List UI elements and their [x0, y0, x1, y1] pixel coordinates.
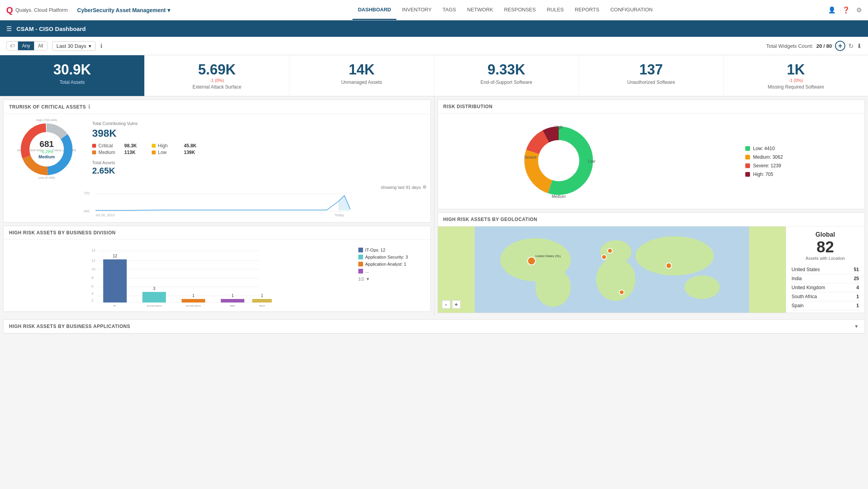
division-bar-chart: 14 12 10 8 6 4 2 [9, 244, 354, 308]
bar-it-ops[interactable] [103, 259, 127, 302]
risk-distribution-content: High Low Medium Severe Low: 4410 Medium:… [438, 114, 865, 209]
low-dot [152, 150, 156, 154]
world-map-svg: United States (51) [438, 226, 786, 313]
medium-name: Medium [98, 150, 122, 155]
summary-card-eos[interactable]: 9.33K End-of-Support Software [434, 55, 579, 96]
svg-text:10: 10 [91, 267, 95, 271]
nav-inventory[interactable]: INVENTORY [396, 0, 437, 20]
logo-area: Q Qualys. Cloud Platform [6, 5, 68, 15]
tag-filter-all[interactable]: All [34, 42, 47, 50]
download-button[interactable]: ⬇ [857, 42, 862, 50]
bar-app-analyst[interactable] [182, 299, 205, 302]
filter-info-icon[interactable]: ℹ [100, 43, 102, 49]
nav-network[interactable]: NETWORK [461, 0, 498, 20]
app-title[interactable]: CyberSecurity Asset Management ▾ [77, 7, 170, 13]
geo-count-sa: 1 [848, 292, 860, 301]
division-content: 14 12 10 8 6 4 2 [4, 240, 430, 312]
risk-donut-area: High Low Medium Severe [519, 121, 598, 201]
top-nav: Q Qualys. Cloud Platform CyberSecurity A… [0, 0, 868, 20]
geo-row-uk[interactable]: United Kingdom 4 [791, 283, 860, 292]
nav-tags[interactable]: TAGS [437, 0, 461, 20]
dashboard-title: CSAM - CISO Dashboard [16, 25, 86, 32]
vulns-title: Total Contributing Vulns [92, 121, 427, 126]
svg-text:High: High [554, 125, 563, 129]
svg-text:Medium: Medium [38, 154, 55, 159]
nav-dashboard[interactable]: DASHBOARD [352, 0, 397, 20]
svg-point-52 [538, 140, 579, 181]
medium-count: 113K [124, 150, 144, 155]
geo-row-spain[interactable]: Spain 1 [791, 301, 860, 310]
business-apps-panel: HIGH RISK ASSETS BY BUSINESS APPLICATION… [3, 319, 865, 334]
bar-app-security[interactable] [142, 292, 166, 302]
summary-card-missing[interactable]: 1K -1 (0%) Missing Required Software [724, 55, 868, 96]
bar-pm-group[interactable] [221, 299, 244, 302]
pin-us[interactable] [527, 257, 535, 265]
nav-rules[interactable]: RULES [541, 0, 569, 20]
svg-text:Severe: Severe [524, 155, 537, 159]
nav-reports[interactable]: REPORTS [569, 0, 605, 20]
qualys-brand: Qualys. Cloud Platform [15, 7, 68, 13]
summary-card-external-attack[interactable]: 5.69K -1 (0%) External Attack Surface [145, 55, 289, 96]
division-legend: IT-Ops: 12 Application Security: 3 Appli… [354, 244, 425, 308]
svg-text:Medium: Medium [552, 194, 566, 199]
world-map: United States (51) - + [438, 226, 786, 313]
bar-test[interactable] [252, 299, 272, 302]
summary-card-unmanaged[interactable]: 14K Unmanaged Assets [289, 55, 434, 96]
geo-table: United States 51 India 25 United Kingdom… [791, 265, 860, 310]
pin-spain[interactable] [601, 255, 606, 259]
svg-point-62 [635, 236, 714, 275]
dashboard-bar: ☰ CSAM - CISO Dashboard [0, 20, 868, 37]
nav-configuration[interactable]: CONFIGURATION [605, 0, 658, 20]
legend-low-dot [745, 146, 750, 151]
medium-dot [92, 150, 96, 154]
external-attack-value: 5.69K [153, 62, 281, 78]
date-filter[interactable]: Last 30 Days ▾ [52, 41, 96, 51]
pagination[interactable]: 1/2 ▼ [358, 277, 421, 281]
chart-settings-icon[interactable]: ⚙ [423, 185, 427, 190]
zoom-out-button[interactable]: - [442, 300, 450, 309]
high-dot [152, 144, 156, 148]
total-assets-value: 30.9K [8, 62, 136, 78]
svg-text:1: 1 [192, 293, 194, 298]
svg-text:Low: Low [588, 159, 596, 163]
geo-row-sa[interactable]: South Africa 1 [791, 292, 860, 301]
summary-card-total-assets[interactable]: 30.9K Total Assets [0, 55, 145, 96]
summary-card-unauthorized[interactable]: 137 Unauthorized Software [579, 55, 724, 96]
vulns-right: High 45.8K Low 139K [152, 142, 203, 156]
business-apps-header: HIGH RISK ASSETS BY BUSINESS APPLICATION… [4, 320, 864, 333]
geo-row-us[interactable]: United States 51 [791, 265, 860, 274]
high-count: 45.8K [184, 143, 203, 149]
svg-text:12: 12 [91, 259, 95, 263]
svg-text:2: 2 [91, 299, 93, 302]
nav-responses[interactable]: RESPONSES [499, 0, 541, 20]
sidebar-toggle-icon[interactable]: ☰ [6, 25, 12, 33]
refresh-button[interactable]: ↻ [848, 42, 853, 50]
geo-row-india[interactable]: India 25 [791, 274, 860, 283]
business-apps-toggle[interactable]: ▼ [854, 324, 859, 329]
svg-text:Application: Application [186, 304, 201, 306]
trurisk-info-icon[interactable]: ℹ [88, 104, 91, 110]
legend-app-analyst: Application Analyst: 1 [358, 262, 421, 266]
assets-total: 2.65K [92, 166, 427, 176]
right-column: RISK DISTRIBUTION [434, 96, 868, 316]
widget-count-label: Total Widgets Count: [766, 43, 813, 49]
legend-high: High: 705 [745, 172, 783, 177]
zoom-in-button[interactable]: + [452, 300, 461, 309]
legend-severe-dot [745, 163, 750, 168]
pin-uk[interactable] [607, 248, 612, 253]
summary-row: 30.9K Total Assets 5.69K -1 (0%) Externa… [0, 55, 868, 96]
tag-filter-any[interactable]: Any [18, 42, 34, 50]
add-widget-button[interactable]: + [835, 41, 845, 51]
pin-south-africa[interactable] [619, 290, 624, 295]
svg-text:681: 681 [40, 139, 54, 149]
geo-global-label: Assets with Location [791, 256, 860, 261]
settings-icon[interactable]: ⚙ [856, 6, 862, 14]
svg-point-61 [596, 258, 635, 301]
help-icon[interactable]: ❓ [842, 6, 850, 14]
user-icon[interactable]: 👤 [828, 6, 836, 14]
external-attack-label: External Attack Surface [153, 84, 281, 90]
geo-global: Global 82 Assets with Location [791, 231, 860, 261]
geo-stats: Global 82 Assets with Location United St… [786, 226, 864, 313]
geo-global-title: Global [791, 231, 860, 238]
pin-india[interactable] [666, 263, 671, 268]
